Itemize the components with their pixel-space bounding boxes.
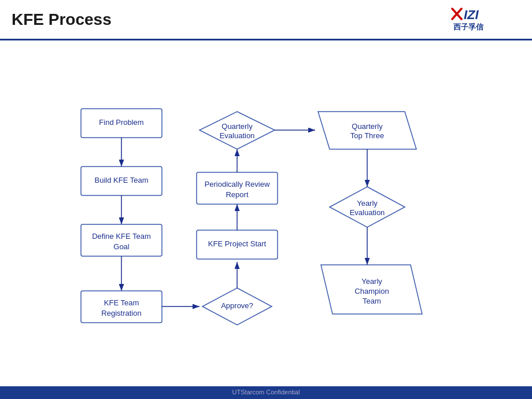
- quarterly-eval-label-2: Evaluation: [220, 131, 255, 140]
- yearly-eval-label-2: Evaluation: [350, 208, 385, 217]
- diagram-area: Find Problem Build KFE Team Define KFE T…: [0, 42, 532, 386]
- yearly-eval-label-1: Yearly: [357, 199, 378, 208]
- periodic-review-label-2: Report: [226, 190, 248, 199]
- header: KFE Process IZI 西子孚信: [0, 0, 532, 40]
- footer-text: UTStarcom Confidential: [232, 389, 300, 396]
- logo: IZI 西子孚信: [451, 6, 520, 32]
- quarterly-top3-label-2: Top Three: [350, 131, 384, 140]
- define-goal-label-1: Define KFE Team: [92, 232, 151, 241]
- yearly-champion-label-3: Team: [363, 297, 381, 305]
- svg-text:西子孚信: 西子孚信: [453, 23, 484, 31]
- quarterly-top3-label-1: Quarterly: [352, 122, 383, 131]
- define-goal-label-2: Goal: [113, 242, 130, 251]
- yearly-champion-label-2: Champion: [354, 287, 389, 295]
- build-kfe-team-label: Build KFE Team: [95, 176, 149, 184]
- quarterly-eval-label-1: Quarterly: [221, 122, 253, 131]
- kfe-project-label: KFE Project Start: [208, 239, 267, 248]
- footer: UTStarcom Confidential: [0, 386, 532, 399]
- page-title: KFE Process: [12, 10, 112, 29]
- kfe-reg-label-2: Registration: [101, 309, 141, 317]
- kfe-reg-label-1: KFE Team: [104, 298, 139, 307]
- svg-text:IZI: IZI: [464, 8, 479, 22]
- yearly-champion-label-1: Yearly: [361, 277, 382, 286]
- approve-label: Approve?: [221, 301, 253, 310]
- find-problem-label: Find Problem: [99, 118, 143, 127]
- periodic-review-label-1: Periodically Review: [205, 180, 270, 189]
